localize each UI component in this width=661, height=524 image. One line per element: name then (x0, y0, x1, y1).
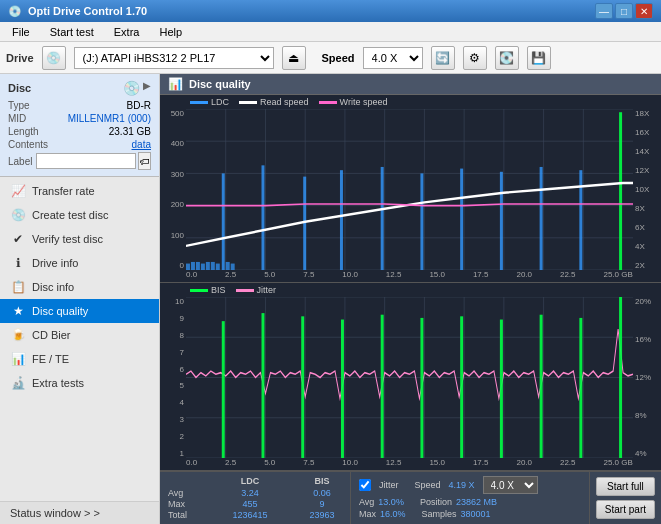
save-button[interactable]: 💾 (527, 46, 551, 70)
nav-cd-bier-label: CD Bier (32, 329, 71, 341)
disc-panel-header: Disc 💿 ▶ (8, 80, 151, 96)
total-label: Total (168, 510, 198, 520)
extra-tests-icon: 🔬 (10, 376, 26, 390)
eject-button[interactable]: ⏏ (282, 46, 306, 70)
y2-left-5: 5 (160, 381, 186, 390)
svg-rect-20 (206, 262, 210, 270)
position-val: 23862 MB (456, 497, 497, 507)
content-area: 📊 Disc quality LDC Read speed Write spee… (160, 74, 661, 524)
close-button[interactable]: ✕ (635, 3, 653, 19)
bis-legend-label: BIS (211, 285, 226, 295)
nav-transfer-rate[interactable]: 📈 Transfer rate (0, 179, 159, 203)
disc-button[interactable]: 💽 (495, 46, 519, 70)
svg-rect-53 (301, 316, 304, 458)
chart-header: 📊 Disc quality (160, 74, 661, 95)
bottom-x-axis: 0.0 2.5 5.0 7.5 10.0 12.5 15.0 17.5 20.0… (186, 458, 633, 470)
jitter-avg-label: Avg (359, 497, 374, 507)
drive-select[interactable]: (J:) ATAPI iHBS312 2 PL17 (74, 47, 274, 69)
jitter-checkbox[interactable] (359, 479, 371, 491)
status-window-btn[interactable]: Status window > > (0, 501, 159, 524)
maximize-button[interactable]: □ (615, 3, 633, 19)
y2-right-8: 8% (633, 411, 661, 420)
svg-rect-26 (261, 165, 264, 270)
title-bar-left: 💿 Opti Drive Control 1.70 (8, 5, 147, 18)
y-left-0: 0 (160, 261, 186, 270)
disc-length-row: Length 23.31 GB (8, 126, 151, 137)
y2-right-16: 16% (633, 335, 661, 344)
nav-create-test-disc-label: Create test disc (32, 209, 108, 221)
minimize-button[interactable]: — (595, 3, 613, 19)
label-input[interactable] (36, 153, 136, 169)
write-speed-legend: Write speed (319, 97, 388, 107)
type-label: Type (8, 100, 30, 111)
length-value: 23.31 GB (109, 126, 151, 137)
disc-panel: Disc 💿 ▶ Type BD-R MID MILLENMR1 (000) L… (0, 74, 159, 177)
speed-select-stats[interactable]: 4.0 X (483, 476, 538, 494)
chart-header-icon: 📊 (168, 77, 183, 91)
y-right-18x: 18X (633, 109, 661, 118)
nav-extra-tests[interactable]: 🔬 Extra tests (0, 371, 159, 395)
menu-extra[interactable]: Extra (106, 24, 148, 40)
y2-right-20: 20% (633, 297, 661, 306)
svg-rect-21 (222, 173, 225, 270)
y2-left-6: 6 (160, 365, 186, 374)
y-right-2x: 2X (633, 261, 661, 270)
contents-value[interactable]: data (132, 139, 151, 150)
speed-select[interactable]: 4.0 X (363, 47, 423, 69)
y2-left-4: 4 (160, 398, 186, 407)
disc-mid-row: MID MILLENMR1 (000) (8, 113, 151, 124)
svg-rect-18 (196, 262, 200, 270)
samples-label: Samples (422, 509, 457, 519)
y-right-8x: 8X (633, 204, 661, 213)
nav-transfer-rate-label: Transfer rate (32, 185, 95, 197)
drive-toolbar: Drive 💿 (J:) ATAPI iHBS312 2 PL17 ⏏ Spee… (0, 42, 661, 74)
svg-rect-24 (226, 262, 230, 270)
menu-start-test[interactable]: Start test (42, 24, 102, 40)
create-disc-icon: 💿 (10, 208, 26, 222)
ldc-total-val: 1236415 (230, 510, 270, 520)
y2-left-1: 1 (160, 449, 186, 458)
disc-type-row: Type BD-R (8, 100, 151, 111)
y-left-200: 200 (160, 200, 186, 209)
svg-rect-33 (540, 167, 543, 270)
svg-rect-54 (341, 320, 344, 458)
nav-cd-bier[interactable]: 🍺 CD Bier (0, 323, 159, 347)
position-label: Position (420, 497, 452, 507)
disc-section-title: Disc (8, 82, 31, 94)
disc-label-label: Label (8, 156, 32, 167)
avg-label: Avg (168, 488, 198, 498)
menu-file[interactable]: File (4, 24, 38, 40)
y-right-10x: 10X (633, 185, 661, 194)
label-btn[interactable]: 🏷 (138, 152, 151, 170)
settings-button[interactable]: ⚙ (463, 46, 487, 70)
length-label: Length (8, 126, 39, 137)
refresh-button[interactable]: 🔄 (431, 46, 455, 70)
ldc-avg-val: 3.24 (230, 488, 270, 498)
start-full-button[interactable]: Start full (596, 477, 655, 496)
jitter-speed-stats: Jitter Speed 4.19 X 4.0 X Avg 13.0% Posi… (351, 472, 590, 524)
read-speed-legend: Read speed (239, 97, 309, 107)
nav-verify-test-disc[interactable]: ✔ Verify test disc (0, 227, 159, 251)
nav-fe-te[interactable]: 📊 FE / TE (0, 347, 159, 371)
start-part-button[interactable]: Start part (596, 500, 655, 519)
disc-type-icon: ▶ (143, 80, 151, 96)
type-value: BD-R (127, 100, 151, 111)
jitter-legend: Jitter (236, 285, 277, 295)
nav-disc-info[interactable]: 📋 Disc info (0, 275, 159, 299)
disc-image-icon: 💿 (123, 80, 140, 96)
top-chart-svg (186, 109, 633, 270)
nav-drive-info[interactable]: ℹ Drive info (0, 251, 159, 275)
svg-rect-17 (191, 262, 195, 270)
title-bar: 💿 Opti Drive Control 1.70 — □ ✕ (0, 0, 661, 22)
svg-rect-35 (619, 112, 622, 270)
nav-create-test-disc[interactable]: 💿 Create test disc (0, 203, 159, 227)
svg-rect-28 (340, 170, 343, 270)
chart-title: Disc quality (189, 78, 251, 90)
svg-rect-32 (500, 172, 503, 270)
y-left-100: 100 (160, 231, 186, 240)
jitter-max-val: 16.0% (380, 509, 406, 519)
menu-help[interactable]: Help (151, 24, 190, 40)
y-right-4x: 4X (633, 242, 661, 251)
top-y-left-axis: 500 400 300 200 100 0 (160, 109, 186, 270)
nav-disc-quality[interactable]: ★ Disc quality (0, 299, 159, 323)
